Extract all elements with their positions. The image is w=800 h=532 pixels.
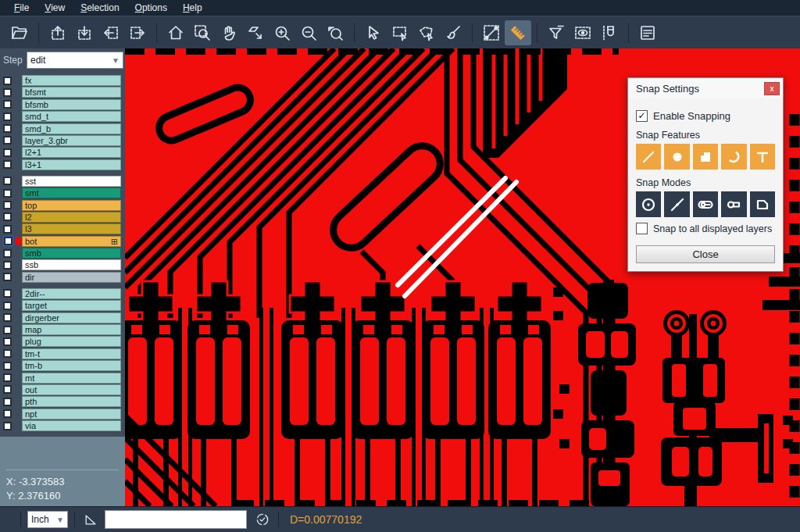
layer-checkbox[interactable] — [3, 100, 12, 109]
select-button[interactable] — [360, 20, 387, 45]
zoom-previous-button[interactable] — [322, 20, 348, 45]
layer-row-smb[interactable]: smb — [0, 248, 125, 259]
layer-row-dir[interactable]: dir — [0, 272, 125, 283]
zoom-in-button[interactable] — [269, 20, 295, 45]
snap-mode-line-point-button[interactable] — [664, 191, 689, 217]
menu-selection[interactable]: Selection — [73, 1, 127, 15]
snap-button[interactable] — [596, 20, 623, 45]
layer-row-tm-t[interactable]: tm-t — [0, 348, 125, 359]
layer-row-smt[interactable]: smt — [0, 187, 125, 198]
pan-button[interactable] — [216, 20, 242, 45]
layer-row-l2p1[interactable]: l2+1 — [0, 147, 125, 158]
layer-checkbox-selected[interactable] — [3, 236, 13, 246]
report-button[interactable] — [634, 20, 661, 45]
layer-checkbox[interactable] — [3, 136, 12, 145]
close-button[interactable]: Close — [636, 245, 775, 263]
layer-checkbox[interactable] — [3, 337, 12, 346]
layer-row-sst[interactable]: sst — [0, 176, 125, 187]
measure-button[interactable] — [478, 20, 505, 45]
layer-checkbox[interactable] — [3, 201, 12, 209]
layer-checkbox[interactable] — [3, 422, 12, 430]
layer-row-ssb[interactable]: ssb — [0, 259, 125, 270]
menu-file[interactable]: File — [6, 1, 37, 15]
layer-row-mt[interactable]: mt — [0, 373, 125, 384]
layer-row-bfsmb[interactable]: bfsmb — [0, 99, 125, 110]
open-button[interactable] — [6, 20, 33, 45]
dialog-title-bar[interactable]: Snap Settings x — [628, 78, 783, 98]
filter-button[interactable] — [543, 20, 570, 45]
snap-feature-arc-button[interactable] — [721, 144, 746, 170]
layer-checkbox[interactable] — [3, 88, 12, 97]
snap-mode-pad-center-button[interactable] — [636, 191, 661, 217]
rectangle-select-button[interactable] — [387, 20, 413, 45]
layer-checkbox[interactable] — [3, 273, 12, 281]
layer-row-dirgerber[interactable]: dirgerber — [0, 312, 125, 323]
polygon-select-button[interactable] — [413, 20, 440, 45]
layer-row-pth[interactable]: pth — [0, 396, 125, 407]
load-up-button[interactable] — [45, 20, 71, 45]
snap-feature-surface-button[interactable] — [693, 144, 718, 170]
layer-checkbox[interactable] — [3, 160, 12, 169]
layer-checkbox[interactable] — [3, 373, 12, 382]
layer-checkbox[interactable] — [3, 261, 12, 270]
enable-snapping-checkbox[interactable]: ✓ — [636, 110, 648, 122]
home-button[interactable] — [162, 20, 189, 45]
layer-checkbox[interactable] — [3, 249, 12, 258]
step-select[interactable]: edit ▼ — [27, 52, 123, 69]
layer-row-map[interactable]: map — [0, 324, 125, 335]
snap-mode-slot-button[interactable] — [721, 191, 746, 217]
snap-mode-corner-button[interactable] — [750, 191, 775, 217]
layer-row-target[interactable]: target — [0, 300, 125, 311]
layer-checkbox[interactable] — [3, 349, 12, 358]
layer-row-bfsmt[interactable]: bfsmt — [0, 87, 125, 98]
layer-row-l2[interactable]: l2 — [0, 212, 125, 223]
layer-checkbox[interactable] — [3, 77, 12, 85]
layer-row-top[interactable]: top — [0, 200, 125, 211]
menu-options[interactable]: Options — [127, 1, 175, 15]
layer-checkbox[interactable] — [3, 326, 12, 334]
angle-mode-button[interactable] — [81, 510, 100, 529]
layer-checkbox[interactable] — [3, 289, 12, 298]
zoom-out-button[interactable] — [295, 20, 322, 45]
menu-help[interactable]: Help — [175, 1, 210, 15]
command-input[interactable] — [105, 510, 247, 529]
apply-button[interactable] — [253, 510, 272, 529]
layer-checkbox[interactable] — [3, 302, 12, 310]
snap-feature-line-button[interactable] — [636, 144, 661, 170]
snap-feature-text-button[interactable] — [750, 144, 775, 170]
load-left-button[interactable] — [98, 20, 124, 45]
unit-select[interactable]: Inch ▼ — [27, 511, 68, 528]
layer-checkbox[interactable] — [3, 385, 12, 394]
snap-all-layers-checkbox[interactable] — [636, 223, 648, 234]
layer-row-l3[interactable]: l3 — [0, 223, 125, 234]
layer-checkbox[interactable] — [3, 189, 12, 198]
layer-checkbox[interactable] — [3, 112, 12, 121]
layer-checkbox[interactable] — [3, 124, 12, 133]
layer-row-out[interactable]: out — [0, 384, 125, 395]
dialog-close-button[interactable]: x — [764, 82, 780, 95]
layer-row-smd_b[interactable]: smd_b — [0, 123, 125, 134]
layer-row-2dir[interactable]: 2dir-- — [0, 288, 125, 299]
ruler-button[interactable] — [505, 20, 531, 45]
view-options-button[interactable] — [570, 20, 596, 45]
layer-checkbox[interactable] — [3, 313, 12, 322]
layer-checkbox[interactable] — [3, 225, 12, 234]
layer-row-tm-b[interactable]: tm-b — [0, 360, 125, 371]
paint-button[interactable] — [440, 20, 466, 45]
snap-mode-slot-outline-button[interactable] — [693, 191, 718, 217]
layer-row-npt[interactable]: npt — [0, 409, 125, 420]
load-right-button[interactable] — [124, 20, 151, 45]
snap-feature-pad-button[interactable] — [664, 144, 689, 170]
layer-row-bot[interactable]: bot⊞ — [0, 236, 125, 247]
layer-checkbox[interactable] — [3, 398, 12, 406]
layer-checkbox[interactable] — [3, 148, 12, 157]
load-down-button[interactable] — [71, 20, 98, 45]
layer-row-l3p1[interactable]: l3+1 — [0, 159, 125, 170]
layer-row-smd_t[interactable]: smd_t — [0, 111, 125, 122]
layer-row-fx[interactable]: fx — [0, 75, 125, 86]
layer-row-layer_3-gbr[interactable]: layer_3.gbr — [0, 135, 125, 146]
layer-checkbox[interactable] — [3, 362, 12, 370]
layer-checkbox[interactable] — [3, 409, 12, 418]
layer-checkbox[interactable] — [3, 212, 12, 221]
zoom-window-button[interactable] — [189, 20, 216, 45]
